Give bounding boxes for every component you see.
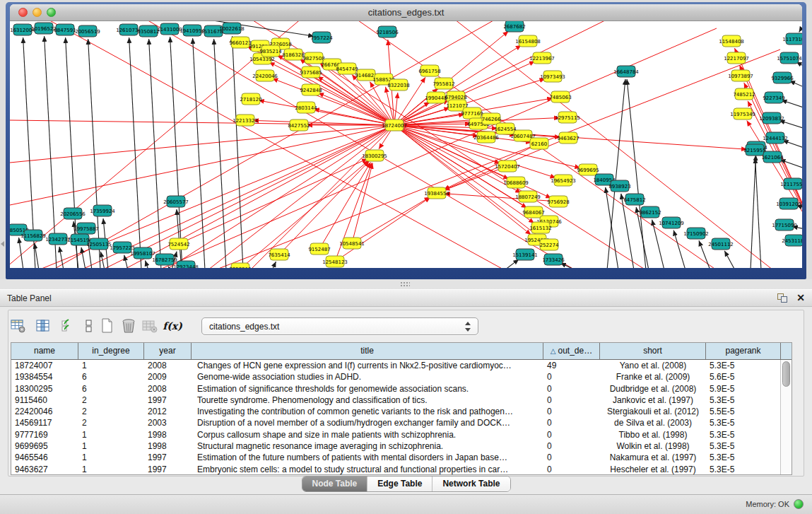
network-canvas[interactable]: 1872400722260588912954966012310543392983… xyxy=(10,21,802,268)
collapse-arrow-icon[interactable] xyxy=(1,241,4,247)
graph-nodes[interactable]: 1872400722260588912954966012310543392983… xyxy=(10,21,802,268)
table-row[interactable]: 1938455462009Genome-wide association stu… xyxy=(11,371,792,382)
tab-node-table[interactable]: Node Table xyxy=(302,477,367,491)
cell-pagerank[interactable]: 5.9E-5 xyxy=(706,383,781,395)
cell-in_degree[interactable]: 1 xyxy=(78,429,144,440)
graph-edge[interactable] xyxy=(208,125,394,268)
cell-title[interactable]: Disruption of a novel member of a sodium… xyxy=(192,417,543,428)
table-row[interactable]: 2242004622012Investigating the contribut… xyxy=(11,406,792,417)
cell-short[interactable]: Dudbridge et al. (2008) xyxy=(600,383,706,395)
table-row[interactable]: 977716911998Corpus callosum shape and si… xyxy=(11,429,792,440)
cell-out_degree[interactable]: 0 xyxy=(543,383,600,395)
cell-short[interactable]: Yano et al. (2008) xyxy=(600,360,706,371)
cell-pagerank[interactable]: 5.5E-5 xyxy=(706,406,781,417)
table-settings-button[interactable] xyxy=(8,315,28,337)
cell-title[interactable]: Corpus callosum shape and size in male p… xyxy=(192,429,543,440)
table-row[interactable]: 946362711997Embryonic stem cells: a mode… xyxy=(11,464,792,475)
cell-year[interactable]: 2009 xyxy=(144,371,192,382)
cell-title[interactable]: Genome-wide association studies in ADHD. xyxy=(192,371,543,382)
column-header-name[interactable]: name xyxy=(11,343,78,359)
cell-pagerank[interactable]: 5.3E-5 xyxy=(706,429,781,440)
graph-edge[interactable] xyxy=(335,197,430,262)
cell-out_degree[interactable]: 0 xyxy=(543,464,600,475)
cell-name[interactable]: 19384554 xyxy=(11,371,78,382)
cell-name[interactable]: 9699695 xyxy=(11,440,78,452)
cell-title[interactable]: Investigating the contribution of common… xyxy=(192,406,543,417)
graph-edge[interactable] xyxy=(129,37,141,268)
cell-in_degree[interactable]: 2 xyxy=(78,417,144,428)
cell-year[interactable]: 1997 xyxy=(144,452,192,463)
cell-out_degree[interactable]: 0 xyxy=(543,452,600,463)
cell-short[interactable]: Wolkin et al. (1998) xyxy=(600,440,706,452)
cell-pagerank[interactable]: 5.3E-5 xyxy=(706,440,781,452)
graph-edge[interactable] xyxy=(724,251,735,268)
cell-title[interactable]: Changes of HCN gene expression and I(f) … xyxy=(192,360,543,371)
graph-edge[interactable] xyxy=(81,247,86,268)
cell-pagerank[interactable]: 5.3E-5 xyxy=(706,464,781,475)
graph-edge[interactable] xyxy=(272,78,394,125)
function-builder-button[interactable]: f(x) xyxy=(163,315,182,337)
cell-title[interactable]: Estimation of significance thresholds fo… xyxy=(192,383,543,395)
cell-short[interactable]: Tibbo et al. (1998) xyxy=(600,429,706,440)
cell-in_degree[interactable]: 6 xyxy=(78,383,144,395)
cell-in_degree[interactable]: 1 xyxy=(78,360,144,371)
graph-edge[interactable] xyxy=(627,79,646,268)
float-panel-icon[interactable] xyxy=(777,293,788,303)
column-header-pagerank[interactable]: pagerank xyxy=(706,343,781,359)
cell-short[interactable]: Jankovic et al. (1997) xyxy=(600,395,706,406)
show-columns-button[interactable] xyxy=(33,315,53,337)
graph-edge[interactable] xyxy=(319,162,370,249)
cell-short[interactable]: Stergiakouli et al. (2012) xyxy=(600,406,706,417)
cell-pagerank[interactable]: 5.6E-5 xyxy=(706,371,781,382)
cell-out_degree[interactable]: 0 xyxy=(543,371,600,382)
network-window-titlebar[interactable]: citations_edges.txt xyxy=(10,4,802,21)
split-divider[interactable] xyxy=(0,279,812,289)
network-graph[interactable]: 1872400722260588912954966012310543392983… xyxy=(10,21,802,268)
cell-short[interactable]: Nakamura et al. (1997) xyxy=(600,452,706,463)
graph-edge[interactable] xyxy=(193,38,205,268)
graph-edge[interactable] xyxy=(214,39,226,268)
select-columns-button[interactable] xyxy=(59,315,78,337)
graph-edge[interactable] xyxy=(755,158,761,268)
cell-year[interactable]: 2012 xyxy=(144,406,192,417)
table-row[interactable]: 911546021997Tourette syndrome. Phenomeno… xyxy=(11,395,792,406)
cell-year[interactable]: 1997 xyxy=(144,464,192,475)
cell-year[interactable]: 2008 xyxy=(144,383,192,395)
cell-name[interactable]: 18724007 xyxy=(11,360,78,371)
graph-edge[interactable] xyxy=(149,39,161,268)
cell-title[interactable]: Embryonic stem cells: a model to study s… xyxy=(192,464,543,475)
graph-edge[interactable] xyxy=(444,166,507,190)
cell-year[interactable]: 1998 xyxy=(144,440,192,452)
cell-in_degree[interactable]: 2 xyxy=(78,406,144,417)
graph-edge[interactable] xyxy=(352,197,430,243)
row-height-button[interactable] xyxy=(79,315,99,337)
cell-year[interactable]: 2008 xyxy=(144,360,192,371)
graph-edge[interactable] xyxy=(781,100,802,110)
graph-edge[interactable] xyxy=(394,125,534,223)
cell-in_degree[interactable]: 1 xyxy=(78,440,144,452)
cell-in_degree[interactable]: 1 xyxy=(78,452,144,463)
table-row[interactable]: 969969511998Structural magnetic resonanc… xyxy=(11,440,792,452)
cell-name[interactable]: 9465546 xyxy=(11,452,78,463)
graph-edge[interactable] xyxy=(782,141,802,151)
cell-name[interactable]: 9463627 xyxy=(11,464,78,475)
cell-title[interactable]: Structural magnetic resonance image aver… xyxy=(192,440,543,452)
cell-out_degree[interactable]: 0 xyxy=(543,395,600,406)
table-row[interactable]: 946554611997Estimation of the future num… xyxy=(11,452,792,463)
cell-pagerank[interactable]: 5.3E-5 xyxy=(706,395,781,406)
cell-short[interactable]: de Silva et al. (2003) xyxy=(600,417,706,428)
cell-title[interactable]: Tourette syndrome. Phenomenology and cla… xyxy=(192,395,543,406)
cell-pagerank[interactable]: 5.3E-5 xyxy=(706,360,781,371)
cell-name[interactable]: 18300295 xyxy=(11,383,78,395)
cell-in_degree[interactable]: 2 xyxy=(78,395,144,406)
cell-out_degree[interactable]: 0 xyxy=(543,429,600,440)
graph-edge[interactable] xyxy=(272,262,276,268)
cell-year[interactable]: 2003 xyxy=(144,417,192,428)
column-header-short[interactable]: short xyxy=(600,343,706,359)
cell-out_degree[interactable]: 0 xyxy=(543,417,600,428)
scrollbar-thumb[interactable] xyxy=(782,361,790,387)
graph-edge[interactable] xyxy=(124,255,128,268)
cell-out_degree[interactable]: 0 xyxy=(543,440,600,452)
close-panel-icon[interactable]: ✕ xyxy=(796,292,805,303)
graph-edge[interactable] xyxy=(233,36,243,268)
